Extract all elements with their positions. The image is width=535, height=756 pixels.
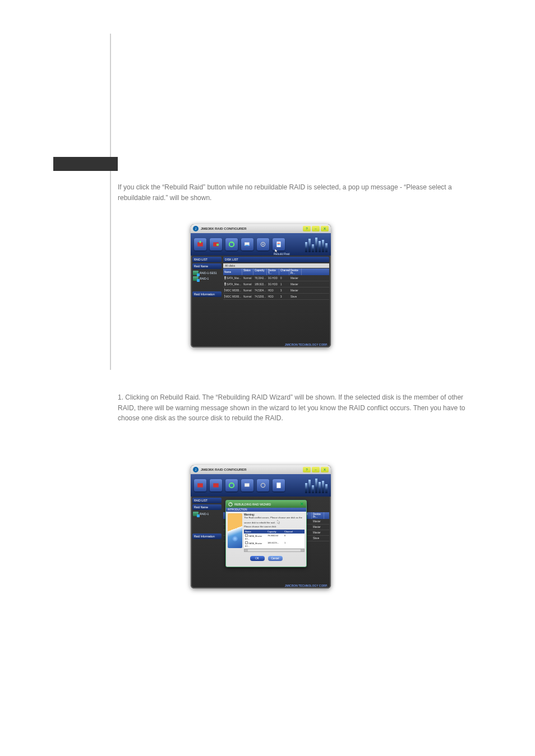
raid-item[interactable]: RAID-1 bbox=[192, 511, 222, 517]
raid-item-label: RAID-1-SES1 bbox=[200, 271, 217, 275]
scroll-right-icon[interactable] bbox=[301, 549, 304, 551]
svg-rect-6 bbox=[245, 245, 248, 245]
section-bar bbox=[53, 157, 118, 171]
disk-icon bbox=[224, 276, 226, 280]
vertical-rule bbox=[110, 34, 111, 370]
paragraph-1: If you click the “Rebuild Raid” button w… bbox=[118, 182, 454, 203]
toolbar-btn-disk-icon[interactable] bbox=[241, 479, 253, 491]
raid-item[interactable]: RAID-1 bbox=[192, 276, 222, 281]
equalizer-decoration bbox=[305, 236, 328, 252]
wizard-scrollbar[interactable] bbox=[244, 549, 305, 552]
mouse-cursor-icon bbox=[277, 520, 280, 525]
svg-rect-15 bbox=[245, 483, 249, 486]
wizard-side-image bbox=[228, 513, 242, 548]
wizard-icon bbox=[228, 502, 233, 507]
svg-rect-1 bbox=[200, 241, 201, 243]
table-row[interactable]: SATA_Max...Normal78,3342...3G HDD0Master bbox=[223, 275, 329, 281]
wcol-name[interactable]: Name bbox=[244, 530, 266, 534]
raid-item-label: RAID-1 bbox=[200, 512, 209, 516]
help-button[interactable]: ? bbox=[303, 226, 311, 231]
raid-information-header: Raid Information bbox=[192, 291, 222, 297]
col-device-type[interactable]: Device T... bbox=[267, 268, 279, 275]
svg-point-14 bbox=[229, 483, 234, 488]
raid-name-header: Raid Name bbox=[192, 263, 222, 269]
window-title: JMB36X RAID CONFIGURER bbox=[201, 468, 247, 471]
toolbar-btn-settings-icon[interactable] bbox=[257, 238, 269, 251]
disk-list-header: DISK LIST bbox=[223, 257, 329, 262]
svg-rect-13 bbox=[213, 483, 219, 487]
ok-button[interactable]: OK bbox=[250, 556, 265, 561]
titlebar: J JMB36X RAID CONFIGURER ? – X bbox=[191, 465, 331, 474]
svg-rect-3 bbox=[216, 244, 219, 246]
raid-icon bbox=[193, 512, 199, 516]
table-row[interactable]: WDC WD80...Normal74,5304...HDD3Master bbox=[223, 287, 329, 294]
toolbar-btn-report-icon[interactable] bbox=[273, 479, 285, 491]
paragraph-2: 1. Clicking on Rebuild Raid. The “Rebuil… bbox=[118, 392, 465, 424]
choose-source-label: Please choose the source disk: bbox=[244, 525, 305, 528]
raid-list-header: RAID LIST bbox=[192, 498, 222, 503]
footer-brand: JMICRON TECHNOLOGY CORP. bbox=[285, 343, 328, 346]
toolbar bbox=[191, 474, 331, 497]
app-logo-icon: J bbox=[193, 226, 199, 231]
minimize-button[interactable]: – bbox=[312, 226, 320, 231]
footer-brand: JMICRON TECHNOLOGY CORP. bbox=[285, 584, 328, 587]
wcol-channel[interactable]: Channel bbox=[283, 530, 294, 534]
wizard-titlebar: REBUILDING RAID WIZARD ✕ bbox=[226, 500, 306, 508]
col-device-pr[interactable]: Device Pr... bbox=[289, 268, 302, 275]
col-device-pr[interactable]: Device Pr... bbox=[312, 512, 324, 519]
raid-name-header: Raid Name bbox=[192, 504, 222, 510]
wcol-capacity[interactable]: Capacity bbox=[266, 530, 283, 534]
wizard-table-header: Name Capacity Channel bbox=[244, 530, 305, 534]
toolbar-btn-settings-icon[interactable] bbox=[257, 479, 269, 491]
col-channel[interactable]: Channel bbox=[279, 268, 289, 275]
raid-icon bbox=[193, 271, 199, 275]
scroll-left-icon[interactable] bbox=[245, 549, 248, 551]
col-status[interactable]: Status bbox=[242, 268, 253, 275]
raid-item[interactable]: RAID-1-SES1 bbox=[192, 270, 222, 276]
svg-rect-17 bbox=[276, 483, 280, 488]
checkbox[interactable] bbox=[245, 541, 248, 544]
table-header: Name Status Capacity Device T... Channel… bbox=[223, 268, 329, 275]
toolbar-btn-config-icon[interactable] bbox=[210, 479, 222, 491]
svg-rect-12 bbox=[197, 483, 203, 487]
raid-icon bbox=[193, 276, 199, 281]
mouse-cursor-icon bbox=[275, 249, 278, 253]
checkbox[interactable] bbox=[245, 534, 248, 537]
screenshot-rebuild-wizard: J JMB36X RAID CONFIGURER ? – X bbox=[191, 465, 331, 588]
window-title: JMB36X RAID CONFIGURER bbox=[201, 227, 247, 230]
toolbar-btn-rebuild-icon[interactable] bbox=[225, 479, 238, 491]
warning-text: The Raid conflict occurs. Please choose … bbox=[244, 516, 302, 524]
svg-rect-10 bbox=[278, 243, 280, 244]
wizard-table-row[interactable]: SATA_Maxtor 6Y...78.3342440 bbox=[244, 534, 305, 541]
equalizer-decoration bbox=[305, 477, 328, 493]
close-button[interactable]: X bbox=[321, 467, 329, 472]
raid-information-header: Raid Information bbox=[192, 534, 222, 539]
raid-list-header: RAID LIST bbox=[192, 257, 222, 262]
svg-point-8 bbox=[262, 244, 264, 245]
wizard-table-row[interactable]: SATA_Maxtor 6Y...189.9229...1 bbox=[244, 541, 305, 548]
toolbar-btn-config-icon[interactable] bbox=[210, 238, 222, 251]
col-name[interactable]: Name bbox=[223, 268, 242, 275]
wizard-close-button[interactable]: ✕ bbox=[300, 502, 304, 507]
disk-icon bbox=[224, 295, 225, 298]
svg-point-16 bbox=[261, 483, 265, 487]
close-button[interactable]: X bbox=[321, 226, 329, 231]
table-row[interactable]: SATA_Max...Normal189,922...3G HDD1Master bbox=[223, 281, 329, 287]
table-row[interactable]: WDC WD80...Normal74,5293...HDD3Slave bbox=[223, 294, 329, 300]
rebuilding-raid-wizard-dialog: REBUILDING RAID WIZARD ✕ INTRODUCTION Wa… bbox=[225, 500, 307, 567]
minimize-button[interactable]: – bbox=[312, 467, 320, 472]
disk-icon bbox=[224, 282, 226, 286]
wizard-title: REBUILDING RAID WIZARD bbox=[234, 503, 271, 506]
all-disks-label: All disks bbox=[223, 263, 329, 268]
cancel-button[interactable]: Cancel bbox=[268, 556, 283, 561]
toolbar-btn-disk-icon[interactable] bbox=[241, 238, 253, 251]
toolbar-btn-rebuild-icon[interactable] bbox=[225, 238, 238, 251]
toolbar: Rebuild Raid bbox=[191, 233, 331, 256]
col-capacity[interactable]: Capacity bbox=[253, 268, 267, 275]
help-button[interactable]: ? bbox=[303, 467, 311, 472]
screenshot-raid-configurer: J JMB36X RAID CONFIGURER ? – X Rebuild bbox=[191, 224, 331, 347]
toolbar-btn-create-icon[interactable] bbox=[194, 238, 206, 251]
titlebar: J JMB36X RAID CONFIGURER ? – X bbox=[191, 224, 331, 233]
raid-item-label: RAID-1 bbox=[200, 277, 209, 280]
toolbar-btn-create-icon[interactable] bbox=[194, 479, 206, 491]
